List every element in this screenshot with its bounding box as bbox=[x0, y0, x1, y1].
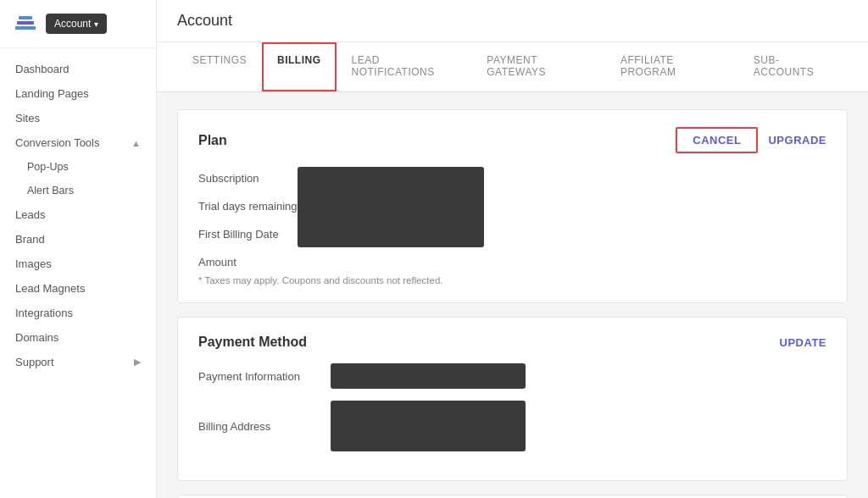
payment-method-card: Payment Method UPDATE Payment Informatio… bbox=[177, 317, 848, 481]
sidebar-item-conversion-tools[interactable]: Conversion Tools ▲ bbox=[0, 130, 156, 155]
payment-card-title: Payment Method bbox=[198, 335, 307, 350]
sidebar-item-integrations[interactable]: Integrations bbox=[0, 301, 156, 325]
tab-lead-notifications[interactable]: LEAD NOTIFICATIONS bbox=[337, 42, 472, 91]
chevron-up-icon: ▲ bbox=[131, 138, 141, 148]
account-button-label: Account bbox=[54, 18, 91, 30]
tab-sub-accounts[interactable]: SUB-ACCOUNTS bbox=[738, 42, 848, 91]
sidebar-item-brand[interactable]: Brand bbox=[0, 227, 156, 252]
page-title: Account bbox=[177, 12, 232, 30]
tabs-bar: SETTINGS BILLING LEAD NOTIFICATIONS PAYM… bbox=[157, 42, 868, 92]
chevron-down-icon: ▾ bbox=[94, 19, 98, 29]
upgrade-button[interactable]: UPGRADE bbox=[768, 134, 826, 147]
svg-rect-1 bbox=[17, 21, 34, 25]
tab-content: Plan CANCEL UPGRADE Subscription Trial d… bbox=[157, 92, 868, 498]
billing-address-redacted bbox=[331, 401, 526, 451]
account-dropdown-button[interactable]: Account ▾ bbox=[46, 14, 107, 34]
app-logo bbox=[12, 10, 39, 37]
sidebar-navigation: Dashboard Landing Pages Sites Conversion… bbox=[0, 48, 156, 383]
sidebar-item-alert-bars[interactable]: Alert Bars bbox=[0, 179, 156, 202]
main-content: Account SETTINGS BILLING LEAD NOTIFICATI… bbox=[157, 0, 868, 498]
payment-card-header: Payment Method UPDATE bbox=[198, 335, 826, 350]
plan-card-header: Plan CANCEL UPGRADE bbox=[198, 127, 826, 153]
subscription-label: Subscription bbox=[198, 172, 298, 185]
plan-card: Plan CANCEL UPGRADE Subscription Trial d… bbox=[177, 109, 848, 303]
plan-field-labels: Subscription Trial days remaining First … bbox=[198, 167, 298, 268]
sidebar-item-sites[interactable]: Sites bbox=[0, 106, 156, 130]
payment-info-redacted bbox=[331, 363, 526, 389]
billing-history-card: Billing History No data to display. Your… bbox=[177, 495, 848, 498]
plan-card-actions: CANCEL UPGRADE bbox=[676, 127, 826, 153]
plan-note: * Taxes may apply. Coupons and discounts… bbox=[198, 275, 826, 285]
sidebar-item-landing-pages[interactable]: Landing Pages bbox=[0, 81, 156, 106]
tab-payment-gateways[interactable]: PAYMENT GATEWAYS bbox=[471, 42, 605, 91]
page-header: Account bbox=[157, 0, 868, 42]
sidebar-item-support[interactable]: Support ▶ bbox=[0, 350, 156, 374]
tab-settings[interactable]: SETTINGS bbox=[177, 42, 262, 91]
amount-label: Amount bbox=[198, 256, 298, 268]
update-button[interactable]: UPDATE bbox=[780, 336, 826, 349]
svg-rect-0 bbox=[15, 26, 36, 30]
sidebar-item-popups[interactable]: Pop-Ups bbox=[0, 155, 156, 179]
payment-info-row: Payment Information bbox=[198, 363, 826, 389]
tab-billing[interactable]: BILLING bbox=[262, 42, 337, 91]
trial-days-label: Trial days remaining bbox=[198, 200, 298, 213]
sidebar-item-domains[interactable]: Domains bbox=[0, 325, 156, 350]
payment-info-label: Payment Information bbox=[198, 370, 317, 383]
sidebar-item-images[interactable]: Images bbox=[0, 252, 156, 276]
sidebar-item-lead-magnets[interactable]: Lead Magnets bbox=[0, 276, 156, 301]
plan-details: Subscription Trial days remaining First … bbox=[198, 167, 826, 268]
sidebar: Account ▾ Dashboard Landing Pages Sites … bbox=[0, 0, 157, 498]
cancel-button[interactable]: CANCEL bbox=[676, 127, 758, 153]
svg-rect-2 bbox=[19, 16, 32, 19]
chevron-right-icon: ▶ bbox=[134, 357, 141, 368]
plan-redacted-values bbox=[298, 167, 484, 247]
first-billing-label: First Billing Date bbox=[198, 228, 298, 241]
plan-card-title: Plan bbox=[198, 133, 227, 148]
sidebar-item-dashboard[interactable]: Dashboard bbox=[0, 57, 156, 81]
tab-affiliate-program[interactable]: AFFILIATE PROGRAM bbox=[605, 42, 738, 91]
sidebar-header: Account ▾ bbox=[0, 0, 156, 48]
billing-address-row: Billing Address bbox=[198, 401, 826, 451]
sidebar-item-leads[interactable]: Leads bbox=[0, 202, 156, 227]
billing-address-label: Billing Address bbox=[198, 420, 317, 433]
